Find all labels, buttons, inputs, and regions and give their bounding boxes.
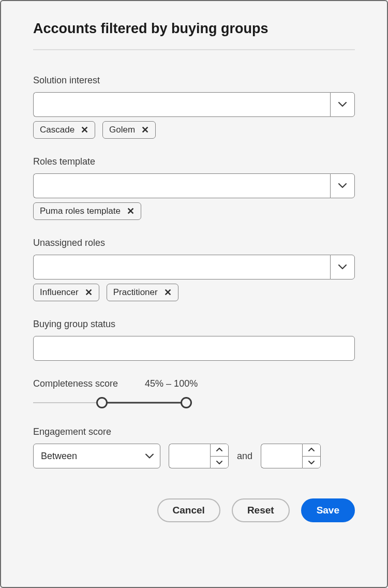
solution-interest-dropdown-button[interactable] xyxy=(330,92,355,117)
chip-solution-interest: Cascade ✕ xyxy=(33,121,95,139)
chip-label: Cascade xyxy=(40,125,74,135)
chip-label: Influencer xyxy=(40,287,79,298)
chip-unassigned-roles: Influencer ✕ xyxy=(33,284,99,301)
close-icon[interactable]: ✕ xyxy=(164,288,172,297)
chevron-up-icon xyxy=(308,448,315,452)
engagement-value1-field xyxy=(169,444,229,468)
chevron-up-icon xyxy=(216,448,222,452)
close-icon[interactable]: ✕ xyxy=(127,207,135,216)
unassigned-roles-dropdown-button[interactable] xyxy=(330,255,355,280)
field-solution-interest: Solution interest Cascade ✕ Golem ✕ xyxy=(33,75,355,139)
chip-label: Practitioner xyxy=(113,287,158,298)
chevron-down-icon xyxy=(308,460,315,464)
slider-handle-high[interactable] xyxy=(181,397,192,408)
completeness-range-text: 45% – 100% xyxy=(145,378,198,389)
label-buying-group-status: Buying group status xyxy=(33,319,355,330)
label-solution-interest: Solution interest xyxy=(33,75,355,86)
save-button[interactable]: Save xyxy=(301,498,355,522)
chip-roles-template: Puma roles template ✕ xyxy=(33,202,141,220)
engagement-operator-select[interactable]: Between xyxy=(33,444,160,468)
engagement-value2-field xyxy=(261,444,321,468)
stepper-down-button[interactable] xyxy=(211,457,228,468)
close-icon[interactable]: ✕ xyxy=(141,125,149,135)
engagement-value2-input[interactable] xyxy=(261,444,302,468)
chevron-down-icon xyxy=(216,460,222,464)
solution-interest-input[interactable] xyxy=(33,92,330,117)
stepper-up-button[interactable] xyxy=(211,444,228,457)
engagement-value2-stepper xyxy=(302,444,321,468)
label-engagement-score: Engagement score xyxy=(33,427,355,437)
chip-label: Golem xyxy=(109,125,135,135)
chevron-down-icon xyxy=(338,102,347,107)
field-engagement-score: Engagement score Between and xyxy=(33,427,355,468)
roles-template-dropdown-button[interactable] xyxy=(330,173,355,198)
chip-label: Puma roles template xyxy=(40,206,121,216)
chip-solution-interest: Golem ✕ xyxy=(102,121,156,139)
buying-group-status-input[interactable] xyxy=(33,336,355,361)
chip-unassigned-roles: Practitioner ✕ xyxy=(107,284,178,301)
solution-interest-chips: Cascade ✕ Golem ✕ xyxy=(33,121,355,139)
cancel-button[interactable]: Cancel xyxy=(157,498,220,522)
field-roles-template: Roles template Puma roles template ✕ xyxy=(33,156,355,220)
stepper-up-button[interactable] xyxy=(303,444,320,457)
stepper-down-button[interactable] xyxy=(303,457,320,468)
title-divider xyxy=(33,49,355,50)
unassigned-roles-chips: Influencer ✕ Practitioner ✕ xyxy=(33,284,355,301)
field-buying-group-status: Buying group status xyxy=(33,319,355,361)
label-unassigned-roles: Unassigned roles xyxy=(33,238,355,248)
field-completeness-score: Completeness score 45% – 100% xyxy=(33,378,355,409)
roles-template-combo xyxy=(33,173,355,198)
chevron-down-icon xyxy=(338,183,347,188)
chevron-down-icon xyxy=(145,451,154,462)
unassigned-roles-input[interactable] xyxy=(33,255,330,280)
solution-interest-combo xyxy=(33,92,355,117)
unassigned-roles-combo xyxy=(33,255,355,280)
close-icon[interactable]: ✕ xyxy=(85,288,93,297)
slider-handle-low[interactable] xyxy=(96,397,108,408)
roles-template-chips: Puma roles template ✕ xyxy=(33,202,355,220)
roles-template-input[interactable] xyxy=(33,173,330,198)
page-title: Accounts filtered by buying groups xyxy=(33,21,355,37)
and-label: and xyxy=(237,451,252,462)
label-roles-template: Roles template xyxy=(33,156,355,167)
label-completeness-score: Completeness score xyxy=(33,378,118,389)
chevron-down-icon xyxy=(338,264,347,270)
field-unassigned-roles: Unassigned roles Influencer ✕ Practition… xyxy=(33,238,355,301)
slider-active-track xyxy=(102,402,186,404)
close-icon[interactable]: ✕ xyxy=(81,125,88,135)
completeness-slider[interactable] xyxy=(33,396,186,409)
engagement-value1-input[interactable] xyxy=(169,444,210,468)
engagement-value1-stepper xyxy=(210,444,229,468)
reset-button[interactable]: Reset xyxy=(232,498,290,522)
dialog-footer: Cancel Reset Save xyxy=(33,498,355,522)
engagement-operator-value: Between xyxy=(41,451,77,462)
